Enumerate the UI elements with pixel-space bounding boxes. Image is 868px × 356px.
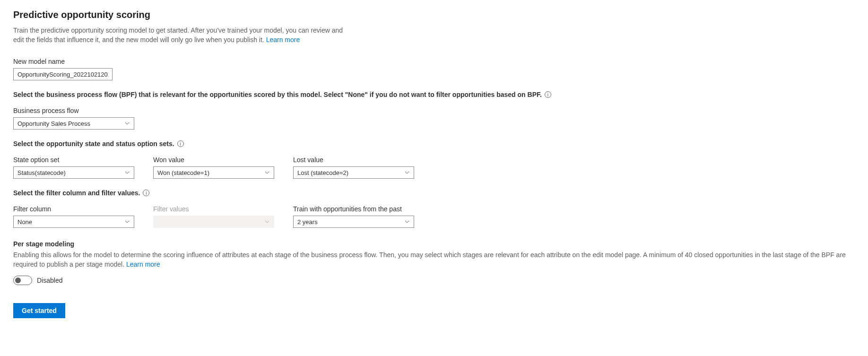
info-icon[interactable]: i [177,140,184,147]
state-option-label: State option set [13,156,134,164]
chevron-down-icon [121,219,134,225]
per-stage-toggle[interactable] [13,276,32,285]
learn-more-link[interactable]: Learn more [266,36,300,43]
info-icon[interactable]: i [143,190,149,196]
per-stage-toggle-label: Disabled [37,277,62,284]
toggle-knob [15,278,21,283]
bpf-select[interactable]: Opportunity Sales Process [13,117,134,130]
bpf-select-value: Opportunity Sales Process [14,120,121,127]
state-option-value: Status(statecode) [14,169,121,176]
chevron-down-icon [400,219,414,225]
chevron-down-icon [121,170,134,175]
won-value-select[interactable]: Won (statecode=1) [153,166,274,179]
info-icon[interactable]: i [545,91,551,98]
lost-value-value: Lost (statecode=2) [294,169,400,176]
filter-instruction: Select the filter column and filter valu… [13,189,140,197]
bpf-instruction-row: Select the business process flow (BPF) t… [13,91,855,98]
filter-instruction-row: Select the filter column and filter valu… [13,189,855,197]
filter-column-value: None [14,218,121,226]
state-instruction: Select the opportunity state and status … [13,140,174,148]
state-instruction-row: Select the opportunity state and status … [13,140,855,148]
chevron-down-icon [400,170,414,175]
chevron-down-icon [260,219,274,225]
per-stage-description: Enabling this allows for the model to de… [13,251,855,269]
filter-column-label: Filter column [13,205,134,213]
chevron-down-icon [121,121,134,126]
per-stage-heading: Per stage modeling [13,240,855,248]
chevron-down-icon [260,170,274,175]
train-past-value: 2 years [294,218,400,226]
lost-value-select[interactable]: Lost (statecode=2) [293,166,414,179]
bpf-label: Business process flow [13,107,855,114]
lost-value-label: Lost value [293,156,414,164]
state-option-select[interactable]: Status(statecode) [13,166,134,179]
train-past-label: Train with opportunities from the past [293,205,414,213]
per-stage-learn-more-link[interactable]: Learn more [126,260,160,268]
page-subtitle: Train the predictive opportunity scoring… [13,26,354,44]
model-name-label: New model name [13,58,855,65]
page-title: Predictive opportunity scoring [13,9,855,20]
filter-values-label: Filter values [153,205,274,213]
train-past-select[interactable]: 2 years [293,216,414,228]
filter-values-select [153,216,274,228]
won-value-value: Won (statecode=1) [154,169,260,176]
model-name-input[interactable] [13,68,113,80]
won-value-label: Won value [153,156,274,164]
bpf-instruction: Select the business process flow (BPF) t… [13,91,542,98]
get-started-button[interactable]: Get started [13,303,65,318]
filter-column-select[interactable]: None [13,216,134,228]
